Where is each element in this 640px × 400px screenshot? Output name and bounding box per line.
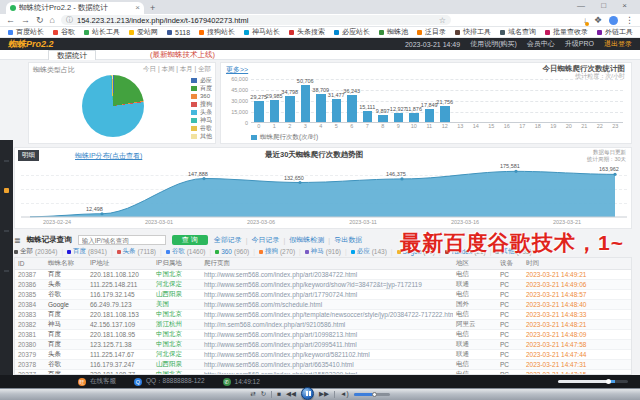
table-row[interactable]: 20382神马42.156.137.109浙江杭州http://m.sem568… xyxy=(15,319,632,329)
site-logo[interactable]: 蜘蛛Pro2.2 xyxy=(8,38,54,51)
collapsed-left-menu[interactable] xyxy=(0,140,13,375)
legend-label: 百度 xyxy=(200,84,212,93)
detail-badge[interactable]: 明细 xyxy=(18,150,39,161)
bookmark-star-icon[interactable]: ☆ xyxy=(439,16,446,25)
query-button[interactable]: 查 询 xyxy=(172,235,208,245)
profile-avatar[interactable] xyxy=(609,16,618,25)
extensions-icon[interactable]: ❖ xyxy=(594,16,602,25)
spider-search-input[interactable] xyxy=(78,235,166,245)
table-row[interactable]: 20383百度220.181.108.153中国北京http://www.sem… xyxy=(15,309,632,319)
table-row[interactable]: 20387百度220.181.108.120中国北京http://www.sem… xyxy=(15,269,632,279)
bookmark-item[interactable]: 蜘蛛池 xyxy=(379,27,408,37)
bookmark-item[interactable]: 搜狗站长 xyxy=(199,27,235,37)
next-icon[interactable]: ▶▶ xyxy=(319,391,329,398)
bookmark-favicon-icon xyxy=(199,30,204,35)
bookmark-label: 站长工具 xyxy=(92,27,120,37)
table-row[interactable]: 20386头条111.225.148.211河北保定http://www.sem… xyxy=(15,279,632,289)
record-link[interactable]: 假蜘蛛检测 xyxy=(289,235,324,245)
spider-filter-item[interactable]: 360(960) xyxy=(215,248,249,255)
bookmark-item[interactable]: 域名查询 xyxy=(500,27,536,37)
pie-legend-item[interactable]: 百度 xyxy=(191,84,212,92)
bookmark-item[interactable]: 快排工具 xyxy=(455,27,491,37)
repeat-icon[interactable]: ↻ xyxy=(261,391,266,398)
spider-filter-item[interactable]: 必应(143) xyxy=(351,247,387,256)
window-controls[interactable]: — □ × xyxy=(577,1,634,10)
record-link[interactable]: 今日记录 xyxy=(252,235,280,245)
spider-favicon-icon xyxy=(305,250,309,254)
bookmark-item[interactable]: 5118 xyxy=(167,29,190,36)
bookmark-item[interactable]: 头条搜索 xyxy=(289,27,325,37)
bookmark-item[interactable]: 谷歌 xyxy=(53,27,75,37)
x-axis-tick: 21 xyxy=(577,123,593,129)
bar-more-link[interactable]: 更多>> xyxy=(226,65,248,75)
x-axis-tick: 2023-03-06 xyxy=(239,219,283,225)
table-cell: 116.179.32.145 xyxy=(87,289,153,299)
nav-link[interactable]: 使用说明(购买) xyxy=(470,39,517,49)
table-cell: http://www.sem568.com/index.php/art/1099… xyxy=(201,329,453,339)
column-header: 蜘蛛名称 xyxy=(45,258,87,269)
video-seek-bar[interactable] xyxy=(558,380,628,383)
bookmark-item[interactable]: 批量查收录 xyxy=(545,27,588,37)
bookmark-item[interactable]: 必应站长 xyxy=(334,27,370,37)
bookmark-item[interactable]: 站长工具 xyxy=(84,27,120,37)
menu-item-icon[interactable] xyxy=(4,188,9,193)
bookmark-item[interactable]: 百度站长 xyxy=(8,27,44,37)
tab-close-icon[interactable]: × xyxy=(135,4,140,12)
table-row[interactable]: 20385谷歌116.179.32.145山西阳泉http://www.sem5… xyxy=(15,289,632,299)
pie-range-links[interactable]: 今日 | 本周 | 本月 | 全部 xyxy=(143,65,211,74)
nav-link[interactable]: 退出登录 xyxy=(604,39,632,49)
spider-ip-link[interactable]: 蜘蛛IP分布(点击查看) xyxy=(75,151,142,161)
site-navbar: 蜘蛛Pro2.2 2023-03-21 14:49使用说明(购买)会员中心升级P… xyxy=(0,38,640,50)
table-cell: 山西阳泉 xyxy=(153,359,201,369)
table-cell: PC xyxy=(497,299,523,309)
mute-icon[interactable]: ◄) xyxy=(340,391,349,398)
spider-filter-item[interactable]: 全部(20364) xyxy=(14,247,57,256)
pie-legend-item[interactable]: 其他 xyxy=(191,132,212,140)
nav-link[interactable]: 升级PRO xyxy=(565,39,594,49)
table-row[interactable]: 20379头条111.225.147.67河北保定http://www.sem5… xyxy=(15,349,632,359)
bookmark-item[interactable]: 爱站网 xyxy=(129,27,158,37)
record-link[interactable]: 全部记录 xyxy=(214,235,242,245)
spider-records-table: ID蜘蛛名称IP地址IP归属地爬行页面地区设备时间 20387百度220.181… xyxy=(15,258,632,375)
volume-slider[interactable] xyxy=(354,393,390,396)
bookmark-item[interactable]: 泛目录 xyxy=(417,27,446,37)
download-icon[interactable]: ↓ xyxy=(583,16,587,25)
browser-tab-strip: 蜘蛛统计Pro2.2 - 数据统计 × + — □ × xyxy=(0,0,640,14)
tab-data-stats[interactable]: 数据统计 xyxy=(48,50,96,60)
x-axis-tick: 2 xyxy=(282,123,298,129)
shuffle-icon[interactable]: ⇄ xyxy=(250,391,255,398)
bookmark-item[interactable]: 外链工具 xyxy=(597,27,633,37)
table-row[interactable]: 20380百度123.125.71.38中国北京http://www.sem56… xyxy=(15,339,632,349)
legend-swatch xyxy=(191,118,197,123)
back-icon[interactable]: ← xyxy=(6,16,15,25)
previous-icon[interactable]: ◀◀ xyxy=(286,391,296,398)
seek-knob[interactable] xyxy=(606,379,611,384)
table-row[interactable]: 20384Google66.249.79.123美国http://www.sem… xyxy=(15,299,632,309)
new-tab-button[interactable]: + xyxy=(150,3,155,13)
record-link[interactable]: 导出数据 xyxy=(334,235,362,245)
volume-knob[interactable] xyxy=(372,392,377,397)
filter-name: 谷歌 xyxy=(172,247,185,256)
filter-name: 全部 xyxy=(20,247,33,256)
spider-filter-item[interactable]: 搜狗(270) xyxy=(259,247,295,256)
column-header: 时间 xyxy=(523,258,632,269)
reload-icon[interactable]: ↻ xyxy=(36,16,44,25)
forward-icon[interactable]: → xyxy=(21,16,30,25)
spider-filter-item[interactable]: 百度(8941) xyxy=(67,247,107,256)
menu-kebab-icon[interactable]: ⋮ xyxy=(625,16,634,25)
spider-filter-item[interactable]: 头条(7118) xyxy=(117,247,156,256)
spider-filter-item[interactable]: 神马(916) xyxy=(305,247,341,256)
legend-swatch xyxy=(191,94,197,99)
bookmark-item[interactable]: 神马站长 xyxy=(244,27,280,37)
home-icon[interactable]: ⌂ xyxy=(50,16,55,25)
table-row[interactable]: 20381百度220.181.108.95中国北京http://www.sem5… xyxy=(15,329,632,339)
pause-button[interactable] xyxy=(301,387,314,400)
nav-link[interactable]: 会员中心 xyxy=(527,39,555,49)
url-field[interactable]: ⓘ 154.223.21.213/index.php/index/t-16794… xyxy=(61,15,451,25)
browser-tab[interactable]: 蜘蛛统计Pro2.2 - 数据统计 × xyxy=(6,2,144,14)
site-info-icon[interactable]: ⓘ xyxy=(66,15,73,25)
table-row[interactable]: 20378谷歌116.179.37.247山西阳泉http://www.sem5… xyxy=(15,359,632,369)
tab-promo-link[interactable]: (最新蜘蛛技术上线) xyxy=(150,50,215,60)
spider-filter-item[interactable]: 谷歌(1460) xyxy=(166,247,206,256)
stop-icon[interactable]: ■ xyxy=(277,391,281,398)
